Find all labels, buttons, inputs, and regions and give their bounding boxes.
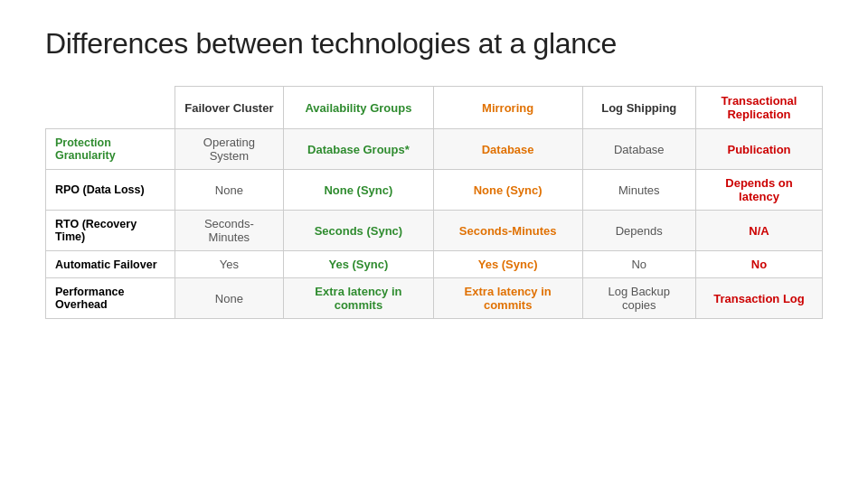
table-body: ProtectionGranularityOperating SystemDat… bbox=[46, 129, 823, 319]
col-header-ag: Availability Groups bbox=[284, 87, 434, 129]
cell-protection-3: Database bbox=[582, 129, 695, 170]
table-row: ProtectionGranularityOperating SystemDat… bbox=[46, 129, 823, 170]
cell-protection-1: Database Groups* bbox=[284, 129, 434, 170]
row-label-rpo: RPO (Data Loss) bbox=[46, 170, 175, 211]
row-label-rto: RTO (Recovery Time) bbox=[46, 211, 175, 251]
col-header-empty bbox=[46, 87, 175, 129]
cell-rpo-0: None bbox=[175, 170, 283, 211]
cell-rto-1: Seconds (Sync) bbox=[284, 211, 434, 251]
col-header-mirror: Mirroring bbox=[433, 87, 582, 129]
table-row: RPO (Data Loss)NoneNone (Sync)None (Sync… bbox=[46, 170, 823, 211]
cell-rto-4: N/A bbox=[696, 211, 823, 251]
table-row: Automatic FailoverYesYes (Sync)Yes (Sync… bbox=[46, 251, 823, 278]
cell-rto-2: Seconds-Minutes bbox=[433, 211, 582, 251]
page: Differences between technologies at a gl… bbox=[0, 0, 868, 488]
col-header-logship: Log Shipping bbox=[582, 87, 695, 129]
cell-perf-0: None bbox=[175, 278, 283, 319]
comparison-table: Failover ClusterAvailability GroupsMirro… bbox=[45, 86, 823, 319]
cell-autofailover-4: No bbox=[696, 251, 823, 278]
cell-rpo-1: None (Sync) bbox=[284, 170, 434, 211]
cell-rpo-3: Minutes bbox=[582, 170, 695, 211]
cell-autofailover-1: Yes (Sync) bbox=[284, 251, 434, 278]
table-row: PerformanceOverheadNoneExtra latency in … bbox=[46, 278, 823, 319]
row-label-perf: PerformanceOverhead bbox=[46, 278, 175, 319]
cell-autofailover-0: Yes bbox=[175, 251, 283, 278]
cell-perf-3: Log Backup copies bbox=[582, 278, 695, 319]
cell-rpo-2: None (Sync) bbox=[433, 170, 582, 211]
cell-rto-3: Depends bbox=[582, 211, 695, 251]
cell-protection-0: Operating System bbox=[175, 129, 283, 170]
cell-perf-4: Transaction Log bbox=[696, 278, 823, 319]
cell-rpo-4: Depends on latency bbox=[696, 170, 823, 211]
row-label-autofailover: Automatic Failover bbox=[46, 251, 175, 278]
table-row: RTO (Recovery Time)Seconds-MinutesSecond… bbox=[46, 211, 823, 251]
cell-protection-4: Publication bbox=[696, 129, 823, 170]
col-header-transrep: TransactionalReplication bbox=[696, 87, 823, 129]
cell-autofailover-2: Yes (Sync) bbox=[433, 251, 582, 278]
cell-autofailover-3: No bbox=[582, 251, 695, 278]
cell-protection-2: Database bbox=[433, 129, 582, 170]
cell-perf-1: Extra latency in commits bbox=[284, 278, 434, 319]
cell-rto-0: Seconds-Minutes bbox=[175, 211, 283, 251]
cell-perf-2: Extra latency in commits bbox=[433, 278, 582, 319]
col-header-failover: Failover Cluster bbox=[175, 87, 283, 129]
page-title: Differences between technologies at a gl… bbox=[45, 27, 823, 61]
row-label-protection: ProtectionGranularity bbox=[46, 129, 175, 170]
table-header-row: Failover ClusterAvailability GroupsMirro… bbox=[46, 87, 823, 129]
